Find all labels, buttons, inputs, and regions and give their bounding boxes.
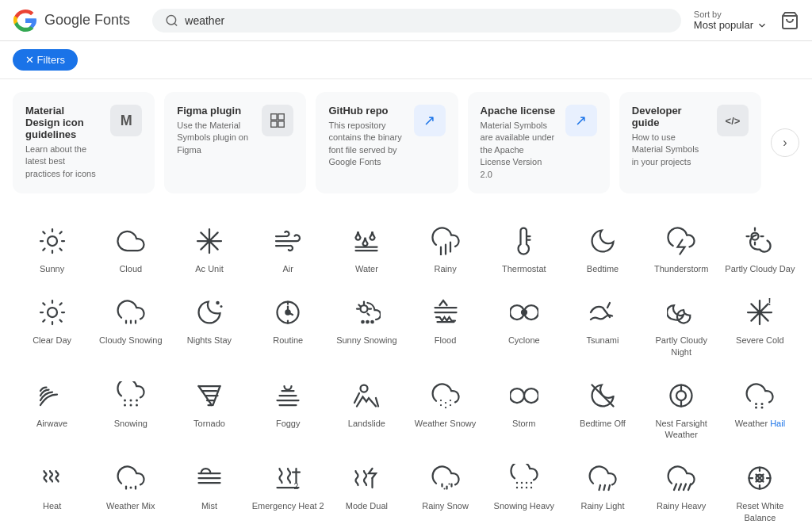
icon-heat-label: Heat: [43, 500, 61, 511]
icon-rainy-snow[interactable]: Rainy Snow: [406, 450, 485, 528]
icon-severe-cold[interactable]: ! Severe Cold: [721, 284, 799, 367]
icon-snowing-heavy[interactable]: Snowing Heavy: [485, 450, 563, 528]
icon-mode-dual[interactable]: Mode Dual: [327, 450, 406, 528]
svg-point-70: [129, 404, 132, 406]
shopping-bag-icon[interactable]: [780, 11, 799, 30]
search-input[interactable]: [185, 14, 668, 27]
icon-cloud[interactable]: Cloud: [91, 212, 170, 284]
filters-button[interactable]: ✕ Filters: [13, 49, 78, 71]
icon-sunny[interactable]: Sunny: [13, 212, 91, 284]
icon-cyclone[interactable]: Cyclone: [485, 284, 563, 367]
icon-flood[interactable]: Flood: [406, 284, 485, 367]
icon-cyclone-label: Cyclone: [508, 335, 540, 346]
card-figma-icon: [262, 105, 293, 136]
card-developer-desc: How to use Material Symbols in your proj…: [632, 132, 707, 168]
icon-weather-mix[interactable]: Weather Mix: [91, 450, 170, 528]
icon-partly-cloudy-day[interactable]: Partly Cloudy Day: [721, 212, 799, 284]
svg-text:!: !: [768, 298, 772, 308]
icon-landslide[interactable]: Landslide: [327, 367, 406, 450]
icon-snowing[interactable]: Snowing: [91, 367, 170, 450]
icon-thunderstorm-label: Thunderstorm: [654, 263, 708, 274]
icon-airwave-label: Airwave: [36, 418, 67, 429]
svg-point-84: [761, 403, 764, 405]
icon-rainy-heavy[interactable]: Rainy Heavy: [642, 450, 721, 528]
svg-point-58: [372, 321, 373, 323]
svg-point-59: [522, 310, 527, 315]
card-developer-icon: </>: [717, 105, 749, 136]
svg-line-34: [59, 320, 61, 322]
svg-line-116: [688, 484, 691, 491]
icon-weather-snowy[interactable]: Weather Snowy: [406, 367, 485, 450]
icon-sunny-snowing[interactable]: Sunny Snowing: [327, 284, 406, 367]
icon-rainy-heavy-label: Rainy Heavy: [657, 500, 706, 511]
svg-line-115: [684, 484, 686, 491]
filters-bar: ✕ Filters: [0, 41, 812, 79]
card-github-repo[interactable]: GitHub repo This repository contains the…: [316, 92, 458, 193]
svg-point-57: [367, 321, 369, 323]
icon-cloudy-snowing[interactable]: Cloudy Snowing: [91, 284, 170, 367]
card-developer-guide[interactable]: Developer guide How to use Material Symb…: [619, 92, 761, 193]
card-material-design[interactable]: Material Design icon guidelines Learn ab…: [13, 92, 155, 193]
svg-rect-4: [278, 114, 284, 120]
icon-air[interactable]: Air: [249, 212, 327, 284]
svg-rect-6: [278, 121, 284, 127]
card-apache-license[interactable]: Apache license Material Symbols are avai…: [468, 92, 610, 193]
icon-tornado[interactable]: Tornado: [170, 367, 248, 450]
icon-thunderstorm[interactable]: Thunderstorm: [642, 212, 721, 284]
svg-line-38: [59, 304, 61, 305]
icon-nest-farsight-weather[interactable]: Nest Farsight Weather: [642, 367, 721, 450]
icon-sunny-snowing-label: Sunny Snowing: [336, 335, 396, 346]
icon-bedtime-label: Bedtime: [587, 263, 619, 274]
icon-bedtime-off[interactable]: Bedtime Off: [563, 367, 642, 450]
icon-rainy-snow-label: Rainy Snow: [422, 500, 469, 511]
icon-bedtime[interactable]: Bedtime: [563, 212, 642, 284]
sort-label: Sort by: [694, 10, 768, 19]
svg-line-113: [674, 484, 676, 491]
icon-rainy-light[interactable]: Rainy Light: [563, 450, 642, 528]
svg-rect-5: [271, 121, 277, 127]
icon-mist[interactable]: Mist: [170, 450, 248, 528]
card-figma-desc: Use the Material Symbols plugin on Figma: [177, 120, 252, 156]
search-icon: [165, 13, 178, 28]
icon-routine[interactable]: Routine: [249, 284, 327, 367]
sort-by[interactable]: Sort by Most popular: [694, 10, 768, 31]
icon-storm-label: Storm: [512, 418, 535, 429]
search-bar[interactable]: [152, 9, 681, 33]
icon-water[interactable]: Water: [327, 212, 406, 284]
icon-clear-day[interactable]: Clear Day: [13, 284, 91, 367]
svg-point-109: [530, 487, 532, 488]
icons-grid: Sunny Cloud Ac Unit: [13, 212, 799, 528]
icon-airwave[interactable]: Airwave: [13, 367, 91, 450]
icon-snowing-heavy-label: Snowing Heavy: [494, 500, 554, 511]
svg-point-43: [220, 305, 222, 308]
icon-weather-snowy-label: Weather Snowy: [415, 418, 476, 429]
cards-row: Material Design icon guidelines Learn ab…: [0, 79, 812, 206]
svg-point-0: [167, 15, 176, 25]
svg-line-14: [43, 248, 44, 250]
icon-reset-white-balance[interactable]: Reset White Balance: [721, 450, 799, 528]
icon-emergency-heat-2[interactable]: 2 Emergency Heat 2: [249, 450, 327, 528]
icon-nights-stay[interactable]: Nights Stay: [170, 284, 248, 367]
svg-point-106: [516, 487, 518, 488]
icon-mode-dual-label: Mode Dual: [346, 500, 388, 511]
sort-value[interactable]: Most popular: [694, 19, 768, 31]
cards-next-button[interactable]: ›: [771, 128, 799, 157]
card-figma-plugin[interactable]: Figma plugin Use the Material Symbols pl…: [164, 92, 306, 193]
icon-severe-cold-label: Severe Cold: [736, 335, 784, 346]
icon-storm[interactable]: Storm: [485, 367, 563, 450]
svg-point-104: [526, 482, 527, 484]
svg-line-55: [368, 314, 370, 316]
icon-partly-cloudy-night[interactable]: Partly Cloudy Night: [642, 284, 721, 367]
icon-ac-unit[interactable]: Ac Unit: [170, 212, 248, 284]
icon-tsunami[interactable]: Tsunami: [563, 284, 642, 367]
icon-weather-hail[interactable]: Weather Hail: [721, 367, 799, 450]
svg-point-66: [124, 399, 126, 401]
svg-line-33: [43, 304, 44, 305]
logo-area: Google Fonts: [13, 8, 140, 33]
svg-point-50: [361, 305, 368, 312]
icon-heat[interactable]: Heat: [13, 450, 91, 528]
icon-rainy[interactable]: Rainy: [406, 212, 485, 284]
icon-reset-white-balance-label: Reset White Balance: [724, 500, 796, 523]
icon-thermostat[interactable]: Thermostat: [485, 212, 563, 284]
icon-foggy[interactable]: Foggy: [249, 367, 327, 450]
